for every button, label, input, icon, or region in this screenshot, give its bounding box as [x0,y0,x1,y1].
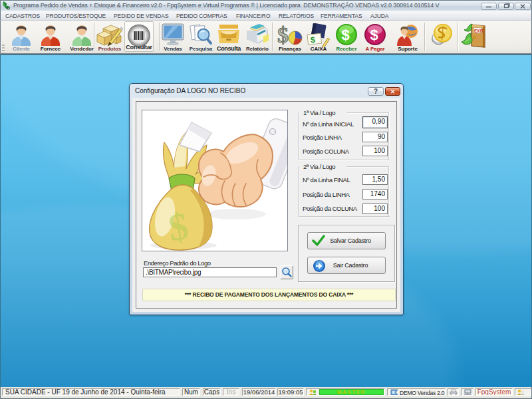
svg-text:EXIT: EXIT [474,29,483,33]
svg-text:$: $ [370,27,378,43]
svg-text:$: $ [277,23,289,47]
svg-text:$: $ [342,27,350,43]
